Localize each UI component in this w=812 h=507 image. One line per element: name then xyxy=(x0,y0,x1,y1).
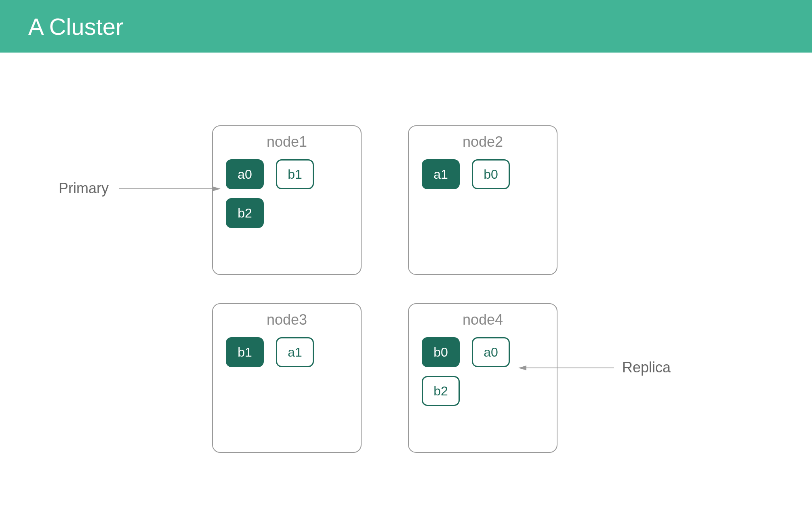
node-box-2: node2 a1 b0 xyxy=(408,125,557,275)
shard-replica: b2 xyxy=(422,376,460,406)
shard-row: b1 a1 xyxy=(213,337,361,367)
shard-row: b0 a0 xyxy=(409,337,557,367)
shard-primary: b2 xyxy=(226,198,264,228)
replica-label: Replica xyxy=(622,359,671,376)
node-box-3: node3 b1 a1 xyxy=(212,303,362,453)
arrow-primary xyxy=(0,53,812,507)
shard-replica: b0 xyxy=(472,159,510,189)
node-title: node2 xyxy=(409,133,557,150)
shard-primary: b1 xyxy=(226,337,264,367)
diagram-container: node1 a0 b1 b2 node2 a1 b0 node3 b1 a1 n… xyxy=(0,53,812,507)
shard-replica: a0 xyxy=(472,337,510,367)
node-box-4: node4 b0 a0 b2 xyxy=(408,303,557,453)
shard-row: a0 b1 xyxy=(213,159,361,189)
shard-replica: b1 xyxy=(276,159,314,189)
shard-primary: a0 xyxy=(226,159,264,189)
shard-row: b2 xyxy=(213,198,361,228)
primary-label: Primary xyxy=(59,180,109,197)
shard-primary: b0 xyxy=(422,337,460,367)
shard-row: b2 xyxy=(409,376,557,406)
shard-row: a1 b0 xyxy=(409,159,557,189)
shard-primary: a1 xyxy=(422,159,460,189)
node-title: node1 xyxy=(213,133,361,150)
slide-header: A Cluster xyxy=(0,0,812,53)
node-box-1: node1 a0 b1 b2 xyxy=(212,125,362,275)
shard-replica: a1 xyxy=(276,337,314,367)
slide-title: A Cluster xyxy=(28,13,123,40)
node-title: node4 xyxy=(409,311,557,328)
node-title: node3 xyxy=(213,311,361,328)
